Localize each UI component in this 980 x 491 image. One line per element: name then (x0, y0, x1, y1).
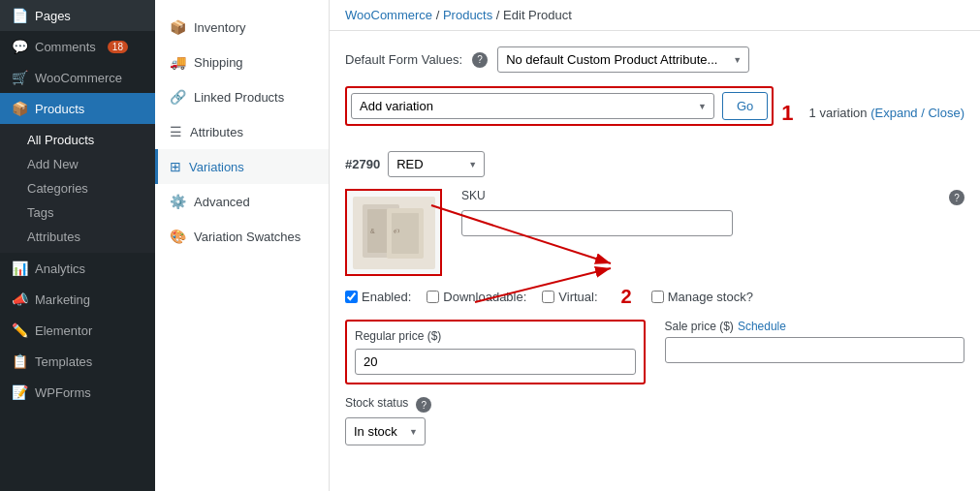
manage-stock-checkbox-label[interactable]: Manage stock? (651, 290, 753, 304)
sale-price-field: Sale price ($) Schedule (665, 320, 965, 384)
annotation-1: 1 (781, 101, 793, 126)
sidebar-item-woocommerce-label: WooCommerce (35, 71, 122, 85)
default-form-values-row: Default Form Values: ? No default Custom… (345, 46, 964, 73)
go-button[interactable]: Go (722, 92, 768, 120)
virtual-label: Virtual: (558, 290, 597, 304)
attributes-tab-icon: ☰ (170, 124, 182, 139)
sidebar-sub-categories[interactable]: Categories (0, 176, 155, 200)
add-variation-row: Add variation Go 1 1 variation (Expand /… (345, 86, 964, 139)
sidebar-item-elementor-label: Elementor (35, 323, 92, 338)
comments-badge: 18 (108, 41, 128, 53)
sidebar-sub-add-new[interactable]: Add New (0, 152, 155, 176)
add-variation-select-wrapper: Add variation (351, 93, 714, 119)
sku-label: SKU (461, 189, 486, 202)
tab-advanced[interactable]: ⚙️ Advanced (155, 184, 329, 219)
variation-count: 1 variation (Expand / Close) (809, 106, 964, 120)
products-icon: 📦 (12, 101, 27, 116)
products-submenu: All Products Add New Categories Tags Att… (0, 124, 155, 253)
sku-field: SKU ? (461, 189, 964, 236)
price-grid: Regular price ($) Sale price ($) Schedul… (345, 320, 964, 384)
svg-text:🏷: 🏷 (394, 229, 399, 234)
tab-variations-label: Variations (189, 160, 244, 174)
tab-variations[interactable]: ⊞ Variations (155, 149, 329, 184)
sidebar-item-templates[interactable]: 📋 Templates (0, 346, 155, 377)
sku-help-icon[interactable]: ? (949, 190, 964, 205)
default-form-select[interactable]: No default Custom Product Attribute... (497, 46, 749, 73)
content-panel: WooCommerce / Products / Edit Product De… (330, 0, 980, 491)
downloadable-checkbox[interactable] (427, 291, 439, 303)
variation-id-row: #2790 RED (345, 151, 964, 177)
downloadable-checkbox-label[interactable]: Downloadable: (427, 290, 526, 304)
breadcrumb-woocommerce[interactable]: WooCommerce (345, 8, 432, 22)
regular-price-label: Regular price ($) (355, 329, 636, 343)
product-image-box[interactable]: & 🏷 (345, 189, 442, 276)
sidebar-sub-tags[interactable]: Tags (0, 200, 155, 225)
shipping-tab-icon: 🚚 (170, 54, 186, 70)
breadcrumb-products[interactable]: Products (443, 8, 492, 22)
variation-id: #2790 (345, 157, 380, 171)
enabled-label: Enabled: (362, 290, 411, 304)
sidebar-item-elementor[interactable]: ✏️ Elementor (0, 315, 155, 346)
breadcrumb-current: Edit Product (503, 8, 572, 22)
tab-linked-products-label: Linked Products (194, 90, 284, 105)
annotation-2: 2 (621, 286, 632, 308)
sku-section: SKU ? (461, 189, 964, 276)
manage-stock-label: Manage stock? (668, 290, 753, 304)
tab-attributes[interactable]: ☰ Attributes (155, 114, 329, 149)
stock-status-label: Stock status (345, 396, 408, 410)
marketing-icon: 📣 (12, 292, 27, 307)
wpforms-icon: 📝 (12, 384, 27, 400)
sidebar-item-pages[interactable]: 📄 Pages (0, 0, 155, 31)
add-variation-box: Add variation Go (345, 86, 774, 126)
sku-row: SKU ? (461, 189, 964, 236)
virtual-checkbox-label[interactable]: Virtual: (542, 290, 597, 304)
expand-close-link[interactable]: (Expand / Close) (870, 106, 964, 120)
sku-input[interactable] (461, 210, 733, 236)
variation-content-row: & 🏷 SKU ? (345, 189, 964, 276)
sale-price-label: Sale price ($) (665, 320, 734, 333)
tab-linked-products[interactable]: 🔗 Linked Products (155, 79, 329, 114)
sidebar-item-products[interactable]: 📦 Products (0, 93, 155, 124)
analytics-icon: 📊 (12, 261, 27, 276)
sidebar-item-analytics[interactable]: 📊 Analytics (0, 253, 155, 284)
sidebar-item-woocommerce[interactable]: 🛒 WooCommerce (0, 62, 155, 93)
sidebar-item-analytics-label: Analytics (35, 261, 85, 276)
tab-variation-swatches[interactable]: 🎨 Variation Swatches (155, 219, 329, 254)
regular-price-box: Regular price ($) (345, 320, 646, 384)
sidebar-item-marketing[interactable]: 📣 Marketing (0, 284, 155, 315)
enabled-checkbox[interactable] (345, 291, 358, 303)
manage-stock-checkbox[interactable] (651, 291, 664, 303)
content-body: Default Form Values: ? No default Custom… (330, 31, 980, 461)
sidebar-sub-attributes[interactable]: Attributes (0, 225, 155, 249)
sidebar-item-comments[interactable]: 💬 Comments 18 (0, 31, 155, 62)
advanced-tab-icon: ⚙️ (170, 194, 186, 209)
comments-icon: 💬 (12, 39, 27, 54)
enabled-checkbox-label[interactable]: Enabled: (345, 290, 411, 304)
variations-tab-icon: ⊞ (170, 159, 181, 174)
inventory-tab-icon: 📦 (170, 19, 186, 35)
checkboxes-row: Enabled: Downloadable: Virtual: 2 Manage… (345, 286, 964, 308)
tab-attributes-label: Attributes (190, 125, 243, 139)
tab-variation-swatches-label: Variation Swatches (194, 230, 300, 244)
stock-status-select[interactable]: In stock (345, 417, 426, 445)
woocommerce-icon: 🛒 (12, 70, 27, 85)
virtual-checkbox[interactable] (542, 291, 554, 303)
default-form-help-icon[interactable]: ? (472, 52, 488, 68)
main-area: 📦 Inventory 🚚 Shipping 🔗 Linked Products… (155, 0, 980, 491)
color-select[interactable]: RED (388, 151, 485, 177)
sidebar-item-wpforms[interactable]: 📝 WPForms (0, 377, 155, 408)
breadcrumb: WooCommerce / Products / Edit Product (330, 0, 980, 31)
schedule-link[interactable]: Schedule (738, 320, 786, 333)
regular-price-input[interactable] (355, 349, 636, 375)
color-select-wrapper: RED (388, 151, 485, 177)
sale-price-input[interactable] (665, 337, 965, 363)
tab-inventory[interactable]: 📦 Inventory (155, 10, 329, 45)
sidebar-item-comments-label: Comments (35, 40, 96, 54)
pages-icon: 📄 (12, 8, 27, 23)
tabs-panel: 📦 Inventory 🚚 Shipping 🔗 Linked Products… (155, 0, 330, 491)
tab-shipping[interactable]: 🚚 Shipping (155, 45, 329, 79)
tab-shipping-label: Shipping (194, 55, 243, 70)
add-variation-select[interactable]: Add variation (351, 93, 714, 119)
sidebar-sub-all-products[interactable]: All Products (0, 128, 155, 152)
stock-status-help-icon[interactable]: ? (416, 397, 431, 413)
